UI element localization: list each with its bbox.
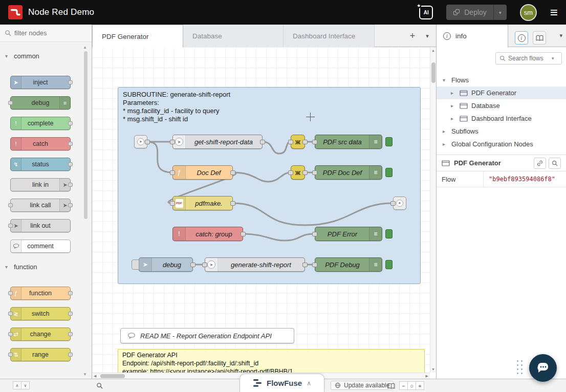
input-port[interactable] (312, 170, 317, 175)
palette-node-function[interactable]: ƒ function (10, 287, 71, 300)
node-bug-1[interactable]: ж (291, 135, 305, 149)
node-debug-inject[interactable]: ➤ debug (139, 257, 193, 272)
tree-item-flows[interactable]: ▾ Flows (437, 74, 566, 86)
main-menu-button[interactable]: ≡ (550, 6, 558, 19)
sidebar-tab-info-icon[interactable]: i (515, 31, 528, 45)
scroll-right-button[interactable]: ▶ (426, 374, 428, 378)
expand-categories-button[interactable]: ∨ (21, 381, 30, 389)
palette-node-status[interactable]: ↯ status (10, 158, 71, 171)
palette-node-inject[interactable]: ➤ inject (10, 76, 71, 89)
node-pdf-src-data[interactable]: PDF src data ≡ (315, 135, 382, 149)
palette-node-complete[interactable]: ! complete (10, 117, 71, 130)
input-port[interactable] (312, 140, 317, 144)
wire[interactable] (263, 142, 291, 154)
tree-item-subflows[interactable]: ▸ Subflows (437, 125, 566, 138)
node-comment-readme[interactable]: READ ME - Report Generation Endpoint API (120, 328, 294, 343)
add-flow-button[interactable]: + (406, 29, 419, 42)
horizontal-scroll-thumb[interactable] (100, 374, 125, 378)
scroll-down-button[interactable]: ▼ (431, 367, 435, 371)
canvas-vertical-scrollbar[interactable]: ▲ ▼ (430, 47, 436, 373)
scroll-left-button[interactable]: ◀ (94, 374, 96, 378)
output-port[interactable] (230, 201, 235, 206)
input-port[interactable] (170, 170, 175, 175)
docs-button[interactable] (387, 382, 395, 391)
vertical-scroll-thumb[interactable] (431, 62, 436, 83)
flow-canvas[interactable]: SUBROUTINE: generate-shift-report Parame… (92, 47, 430, 373)
flow-search-box[interactable]: ▾ (495, 52, 562, 64)
node-get-shift-report-data[interactable]: ➤ get-shift-report-data (172, 135, 263, 149)
tree-item-global-config[interactable]: ▸ Global Configuration Nodes (437, 138, 566, 150)
output-port[interactable] (241, 232, 246, 236)
node-generate-shift-report[interactable]: ➤ generate-shift-report (205, 257, 305, 272)
input-port[interactable] (170, 201, 175, 206)
palette-category-common[interactable]: ▾ common (0, 49, 92, 62)
palette-node-link-in[interactable]: ➤ link in (10, 178, 71, 191)
palette-node-link-call[interactable]: ➤ link call (10, 199, 71, 212)
output-port[interactable] (230, 170, 235, 175)
zoom-reset-button[interactable]: ○ (407, 381, 416, 390)
palette-filter-input[interactable] (14, 29, 75, 37)
update-available[interactable]: Update available (331, 381, 394, 390)
node-link-out[interactable]: ➤ (393, 197, 406, 210)
inject-button[interactable] (132, 259, 139, 270)
scroll-up-button[interactable]: ▲ (431, 49, 435, 52)
tree-item-pdf-generator[interactable]: ▸ PDF Generator (437, 86, 566, 99)
output-port[interactable] (302, 170, 308, 175)
zoom-out-button[interactable]: − (399, 381, 408, 390)
output-port[interactable] (260, 140, 265, 144)
palette-scroll-up[interactable]: ▲ (83, 45, 87, 50)
zoom-in-button[interactable]: + (416, 381, 424, 390)
copy-link-button[interactable] (534, 158, 546, 169)
node-bug-2[interactable]: ж (291, 165, 305, 180)
node-catch-group[interactable]: ! catch: group (172, 227, 243, 241)
wire[interactable] (233, 203, 393, 225)
collapse-categories-button[interactable]: ∧ (13, 381, 21, 389)
node-pdf-debug[interactable]: PDF Debug ≡ (315, 257, 382, 272)
input-port[interactable] (288, 170, 293, 175)
input-port[interactable] (312, 263, 317, 267)
input-port[interactable] (288, 140, 293, 144)
palette-node-link-out[interactable]: ➤ link out (10, 219, 71, 232)
node-doc-def[interactable]: ƒ Doc Def (172, 165, 233, 180)
tab-pdf-generator[interactable]: PDF Generator (92, 25, 183, 48)
palette-scrollbar-thumb[interactable] (84, 51, 88, 219)
deploy-main[interactable]: Deploy (446, 5, 493, 20)
palette-node-debug[interactable]: ≡ debug (10, 96, 71, 110)
output-port[interactable] (190, 263, 195, 267)
wire[interactable] (243, 234, 315, 241)
output-port[interactable] (302, 263, 308, 267)
debug-toggle-button[interactable] (385, 168, 393, 177)
input-port[interactable] (170, 140, 175, 144)
output-port[interactable] (302, 140, 308, 144)
palette-node-range[interactable]: ⇅ range (10, 348, 71, 361)
sidebar-tabs-menu-button[interactable]: ▾ (559, 32, 562, 39)
search-flows-button[interactable] (96, 382, 103, 391)
node-link-in[interactable]: ➤ (134, 135, 147, 148)
user-avatar[interactable]: sm (520, 4, 537, 21)
debug-toggle-button[interactable] (385, 260, 393, 269)
tree-item-database[interactable]: ▸ Database (437, 99, 566, 112)
node-pdfmake[interactable]: PDF pdfmake. (172, 196, 233, 210)
sidebar-tab-help[interactable] (533, 31, 546, 45)
palette-node-switch[interactable]: ≷ switch (10, 307, 71, 320)
input-port[interactable] (312, 232, 317, 236)
palette-node-comment[interactable]: comment (10, 239, 71, 253)
tab-database[interactable]: Database (183, 25, 284, 47)
input-port[interactable] (390, 201, 396, 206)
deploy-options-button[interactable]: ▾ (493, 5, 507, 20)
sidebar-tab-info[interactable]: i info (437, 25, 508, 48)
ai-assistant-button[interactable]: ★ AI (419, 6, 433, 19)
zoom-to-flow-button[interactable] (549, 158, 561, 169)
debug-toggle-button[interactable] (385, 229, 393, 238)
tab-dashboard-interface[interactable]: Dashboard Interface (284, 25, 375, 47)
input-port[interactable] (202, 263, 207, 267)
flow-list-button[interactable]: ▾ (422, 29, 432, 42)
output-port[interactable] (145, 140, 150, 144)
debug-toggle-button[interactable] (385, 137, 393, 146)
flow-search-input[interactable] (508, 55, 549, 62)
flowfuse-banner[interactable]: FlowFuse ∧ (240, 374, 324, 392)
palette-node-catch[interactable]: ! catch (10, 137, 71, 150)
palette-scroll-down[interactable]: ▼ (83, 372, 87, 377)
palette-category-function[interactable]: ▾ function (0, 260, 92, 273)
resize-handle[interactable] (517, 360, 523, 375)
